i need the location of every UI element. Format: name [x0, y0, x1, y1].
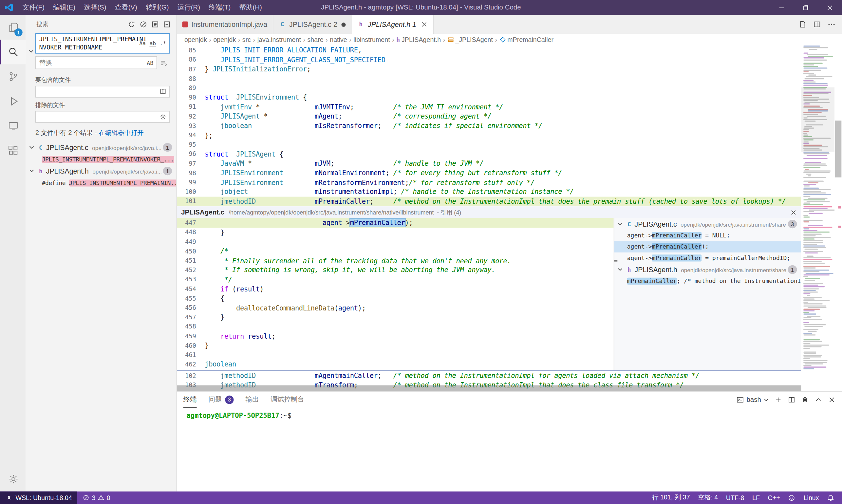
exclude-files-input[interactable] [35, 111, 170, 123]
vertical-scrollbar[interactable] [835, 46, 842, 391]
remote-indicator[interactable]: WSL: Ubuntu-18.04 [0, 491, 77, 504]
vertical-scrollbar-thumb[interactable] [835, 121, 842, 177]
whole-word-toggle[interactable]: ab [148, 40, 157, 47]
tab-InstrumentationImpl.java[interactable]: InstrumentationImpl.java [177, 15, 273, 34]
status-line-col[interactable]: 行 101, 列 37 [652, 493, 690, 502]
search-input[interactable]: JPLIS_INSTRUMENTIMPL_PREMAININVOKER_METH… [35, 33, 170, 53]
sash-handle[interactable] [614, 260, 617, 262]
match-case-toggle[interactable]: Aa [138, 40, 147, 47]
status-eol[interactable]: LF [752, 494, 760, 501]
code-line-99[interactable]: 99 JPLISEnvironment mRetransformEnvironm… [177, 178, 801, 187]
minimap-slider[interactable] [801, 87, 835, 151]
close-panel-icon[interactable] [828, 396, 836, 403]
new-terminal-icon[interactable] [774, 396, 782, 403]
reference-item[interactable]: agent->mPremainCaller = premainCallerMet… [614, 252, 801, 264]
code-line-448[interactable]: 448 } [177, 228, 614, 237]
menu-file[interactable]: 文件(F) [18, 0, 49, 15]
menu-go[interactable]: 转到(G) [142, 0, 173, 15]
breadcrumb-item[interactable]: native [330, 36, 347, 43]
activitybar-remote-explorer-icon[interactable] [0, 114, 26, 138]
refresh-icon[interactable] [127, 20, 136, 28]
activitybar-explorer-icon[interactable]: 1 [0, 15, 26, 40]
code-line-90[interactable]: 90struct _JPLISEnvironment { [177, 93, 801, 102]
code-line-451[interactable]: 451 * Finally surrender all of the track… [177, 256, 614, 265]
status-encoding[interactable]: UTF-8 [726, 494, 745, 501]
code-line-458[interactable]: 458 [177, 322, 614, 331]
tab-JPLISAgent.h[interactable]: hJPLISAgent.h 1 [352, 15, 433, 34]
activitybar-source-control-icon[interactable] [0, 64, 26, 89]
code-line-95[interactable]: 95 [177, 140, 801, 149]
status-language[interactable]: C++ [768, 494, 780, 501]
code-line-98[interactable]: 98 JPLISEnvironment mNormalEnvironment; … [177, 168, 801, 178]
reference-item[interactable]: mPremainCaller; /* method on the Instrum… [614, 275, 801, 287]
terminal-area[interactable]: agmtopy@LAPTOP-5OP25B17:~$ [177, 408, 842, 491]
search-open-editors-icon[interactable] [159, 88, 167, 95]
close-window-button[interactable] [818, 0, 842, 15]
code-line-450[interactable]: 450 /* [177, 247, 614, 256]
file-result-row[interactable]: CJPLISAgent.copenjdk/openjdk/src/java.i.… [26, 142, 177, 153]
notifications-bell-icon[interactable] [827, 494, 835, 501]
code-line-453[interactable]: 453 */ [177, 275, 614, 284]
code-area[interactable]: 85 JPLIS_INIT_ERROR_ALLOCATION_FAILURE,8… [177, 46, 801, 391]
code-line-457[interactable]: 457 } [177, 312, 614, 322]
editor[interactable]: 85 JPLIS_INIT_ERROR_ALLOCATION_FAILURE,8… [177, 46, 842, 391]
menu-run[interactable]: 运行(R) [173, 0, 205, 15]
open-search-editor-icon[interactable] [151, 20, 159, 28]
code-line-449[interactable]: 449 [177, 237, 614, 247]
status-problems[interactable]: 3 0 [77, 491, 115, 504]
file-result-row[interactable]: CJPLISAgent.copenjdk/openjdk/src/java.in… [614, 218, 801, 230]
search-match-row[interactable]: JPLIS_INSTRUMENTIMPL_PREMAININVOKER_... [26, 153, 177, 165]
horizontal-scrollbar[interactable] [177, 385, 801, 391]
reference-item[interactable]: agent->mPremainCaller = NULL; [614, 230, 801, 241]
minimap[interactable] [801, 46, 835, 391]
include-files-input[interactable] [35, 86, 170, 97]
code-line-455[interactable]: 455 { [177, 294, 614, 303]
menu-selection[interactable]: 选择(S) [79, 0, 110, 15]
code-line-86[interactable]: 86 JPLIS_INIT_ERROR_AGENT_CLASS_NOT_SPEC… [177, 55, 801, 65]
open-changes-icon[interactable] [799, 20, 807, 29]
breadcrumb-item[interactable]: libinstrument [353, 36, 390, 43]
breadcrumb-item[interactable]: java.instrument [257, 36, 301, 43]
peek-editor[interactable]: 447 agent->mPremainCaller);448 }449450 /… [177, 218, 614, 371]
breadcrumb-item[interactable]: openjdk [184, 36, 207, 43]
code-line-101[interactable]: 101 jmethodID mPremainCaller; /* method … [177, 197, 801, 206]
code-line-96[interactable]: 96struct _JPLISAgent { [177, 149, 801, 159]
file-result-row[interactable]: hJPLISAgent.hopenjdk/openjdk/src/java.i.… [26, 165, 177, 177]
code-line-459[interactable]: 459 return result; [177, 331, 614, 341]
activitybar-extensions-icon[interactable] [0, 138, 26, 163]
manage-gear-icon[interactable] [0, 467, 26, 491]
reference-item[interactable]: agent->mPremainCaller); [614, 241, 801, 252]
activitybar-run-debug-icon[interactable] [0, 89, 26, 114]
code-line-454[interactable]: 454 if (result) [177, 284, 614, 294]
split-terminal-icon[interactable] [788, 396, 795, 403]
more-actions-icon[interactable] [828, 20, 836, 29]
panel-tab-调试控制台[interactable]: 调试控制台 [270, 392, 304, 408]
panel-tab-问题[interactable]: 问题3 [209, 392, 234, 408]
horizontal-scrollbar-thumb[interactable] [177, 385, 801, 391]
open-in-editor-link[interactable]: 在编辑器中打开 [98, 129, 143, 137]
activitybar-search-icon[interactable] [0, 40, 26, 64]
menu-edit[interactable]: 编辑(E) [49, 0, 79, 15]
code-line-463[interactable]: 463startJavaAgent(JPLISAgent * agent, [177, 369, 614, 371]
code-line-447[interactable]: 447 agent->mPremainCaller); [177, 218, 614, 228]
code-line-460[interactable]: 460} [177, 341, 614, 350]
search-match-row[interactable]: #define JPLIS_INSTRUMENTIMPL_PREMAININ..… [26, 177, 177, 188]
preserve-case-toggle[interactable]: AB [146, 59, 154, 67]
terminal-shell-picker[interactable]: bash [736, 396, 768, 403]
split-editor-icon[interactable] [813, 20, 821, 29]
code-line-92[interactable]: 92 JPLISAgent * mAgent; /* corresponding… [177, 112, 801, 121]
code-line-88[interactable]: 88 [177, 74, 801, 83]
breadcrumb-item[interactable]: mPremainCaller [499, 36, 554, 43]
replace-all-button[interactable] [157, 59, 169, 67]
status-indent[interactable]: 空格: 4 [698, 493, 718, 502]
menu-help[interactable]: 帮助(H) [235, 0, 266, 15]
peek-close-icon[interactable] [790, 209, 797, 216]
code-line-89[interactable]: 89 [177, 83, 801, 93]
replace-input[interactable]: 替换 AB [35, 56, 157, 69]
code-line-462[interactable]: 462jboolean [177, 360, 614, 369]
minimize-button[interactable] [770, 0, 794, 15]
code-line-94[interactable]: 94}; [177, 130, 801, 140]
breadcrumb-item[interactable]: hJPLISAgent.h [396, 36, 441, 43]
code-line-91[interactable]: 91 jvmtiEnv * mJVMTIEnv; /* the JVM TI e… [177, 102, 801, 112]
restore-button[interactable] [794, 0, 818, 15]
